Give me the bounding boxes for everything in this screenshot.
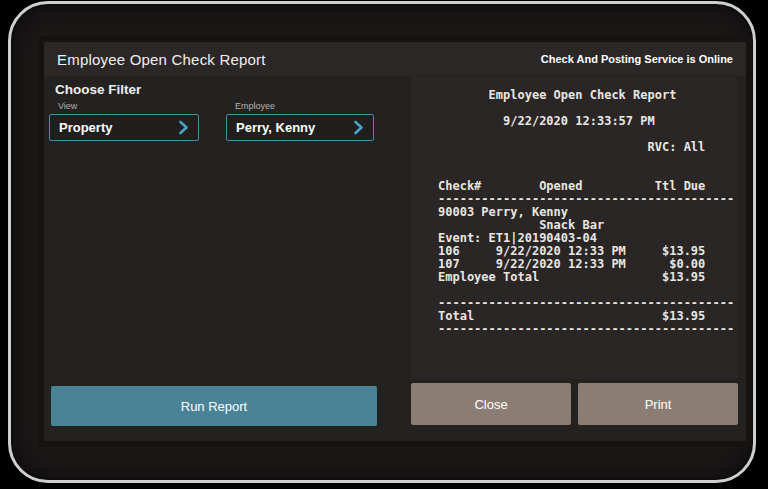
employee-field: Employee Perry, Kenny: [226, 101, 374, 141]
chevron-right-icon: [353, 120, 364, 135]
chevron-right-icon: [178, 120, 189, 135]
stage: Employee Open Check Report Check And Pos…: [0, 0, 768, 489]
screen: Employee Open Check Report Check And Pos…: [44, 42, 746, 441]
window-header: Employee Open Check Report Check And Pos…: [44, 42, 746, 76]
view-field-label: View: [58, 101, 199, 111]
view-field: View Property: [49, 101, 199, 141]
employee-field-label: Employee: [235, 101, 374, 111]
close-button[interactable]: Close: [411, 383, 571, 425]
print-button[interactable]: Print: [578, 383, 738, 425]
report-panel: Employee Open Check Report 9/22/2020 12:…: [411, 77, 738, 379]
service-status-text: Check And Posting Service is Online: [541, 53, 733, 65]
report-receipt-text: Employee Open Check Report 9/22/2020 12:…: [411, 77, 738, 336]
choose-filter-heading: Choose Filter: [55, 82, 141, 97]
employee-dropdown-value: Perry, Kenny: [236, 120, 315, 135]
window-title: Employee Open Check Report: [57, 51, 266, 68]
view-dropdown[interactable]: Property: [49, 114, 199, 141]
view-dropdown-value: Property: [59, 120, 112, 135]
employee-dropdown[interactable]: Perry, Kenny: [226, 114, 374, 141]
run-report-button[interactable]: Run Report: [51, 386, 377, 426]
tablet-device-frame: Employee Open Check Report Check And Pos…: [8, 1, 756, 483]
